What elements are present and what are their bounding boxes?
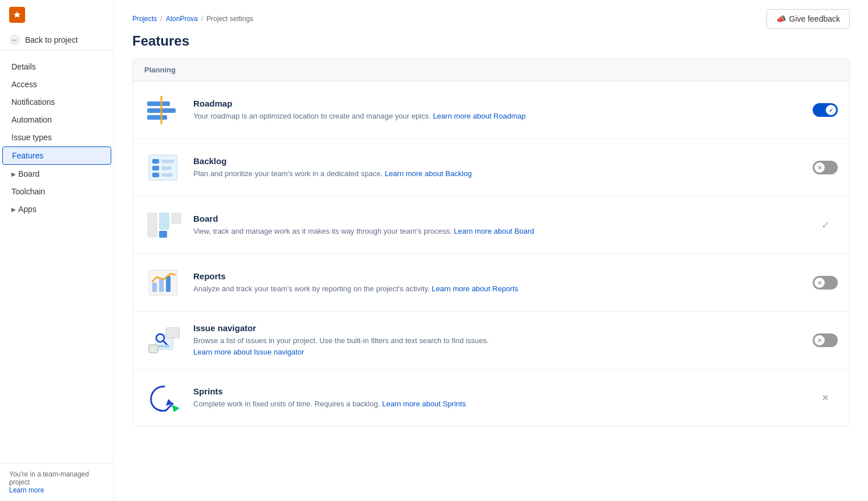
reports-toggle-switch[interactable]: ✕ (813, 276, 838, 290)
breadcrumb-sep-1: / (160, 15, 162, 23)
roadmap-toggle[interactable]: ✓ (813, 103, 838, 117)
breadcrumb-projects[interactable]: Projects (132, 15, 157, 23)
svg-rect-2 (147, 115, 167, 120)
chevron-right-icon: ▶ (11, 171, 16, 177)
megaphone-icon: 📣 (776, 14, 786, 23)
svg-rect-18 (166, 276, 171, 292)
backlog-desc: Plan and prioritize your team's work in … (193, 168, 804, 180)
svg-rect-8 (161, 160, 174, 163)
svg-rect-5 (152, 159, 159, 164)
sprints-name: Sprints (193, 386, 804, 396)
board-name: Board (193, 214, 804, 223)
reports-desc: Analyze and track your team's work by re… (193, 283, 804, 295)
feature-item-board: Board View, track and manage work as it … (133, 197, 849, 254)
give-feedback-label: Give feedback (789, 14, 841, 23)
sidebar-item-details-label: Details (11, 62, 36, 71)
svg-rect-13 (171, 213, 181, 224)
svg-rect-12 (159, 213, 169, 230)
roadmap-info: Roadmap Your roadmap is an optimized loc… (193, 99, 804, 122)
chevron-right-icon-apps: ▶ (11, 206, 16, 213)
sidebar-nav: Details Access Notifications Automation … (0, 55, 113, 463)
svg-rect-7 (152, 173, 159, 177)
sidebar-item-features-label: Features (12, 151, 43, 160)
issue-navigator-toggle[interactable]: ✕ (813, 333, 838, 347)
sidebar-item-details[interactable]: Details (2, 58, 111, 75)
feature-item-roadmap: Roadmap Your roadmap is an optimized loc… (133, 82, 849, 139)
sidebar-item-notifications[interactable]: Notifications (2, 93, 111, 111)
top-header: Projects / AtonProva / Project settings … (114, 0, 868, 28)
backlog-name: Backlog (193, 156, 804, 166)
issue-navigator-desc: Browse a list of issues in your project.… (193, 335, 804, 357)
sidebar: ← Back to project Details Access Notific… (0, 0, 114, 501)
sprints-icon (144, 381, 184, 415)
reports-name: Reports (193, 271, 804, 281)
sidebar-footer: You're in a team-managed project Learn m… (0, 463, 113, 501)
planning-section: Planning Roadmap Your roadmap is an opti… (132, 58, 850, 427)
page-title: Features (114, 28, 868, 58)
sidebar-item-board-label: Board (18, 169, 39, 178)
feature-item-backlog: Backlog Plan and prioritize your team's … (133, 139, 849, 197)
feature-item-reports: Reports Analyze and track your team's wo… (133, 254, 849, 312)
give-feedback-button[interactable]: 📣 Give feedback (766, 9, 850, 28)
board-learn-more-link[interactable]: Learn more about Board (454, 227, 534, 235)
footer-text: You're in a team-managed project (9, 470, 104, 486)
sidebar-item-board[interactable]: ▶ Board (2, 165, 111, 182)
main-content: Projects / AtonProva / Project settings … (114, 0, 868, 501)
footer-learn-more-link[interactable]: Learn more (9, 486, 44, 494)
backlog-icon (144, 150, 184, 185)
svg-rect-23 (149, 345, 158, 353)
sidebar-item-issue-types[interactable]: Issue types (2, 129, 111, 146)
roadmap-learn-more-link[interactable]: Learn more about Roadmap (433, 112, 526, 120)
checkmark-icon: ✓ (821, 219, 830, 231)
backlog-toggle-switch[interactable]: ✕ (813, 161, 838, 174)
svg-rect-9 (161, 166, 172, 170)
sidebar-item-toolchain[interactable]: Toolchain (2, 183, 111, 200)
svg-rect-0 (147, 101, 170, 106)
backlog-info: Backlog Plan and prioritize your team's … (193, 156, 804, 180)
svg-rect-24 (166, 328, 180, 338)
section-header-planning: Planning (133, 59, 849, 82)
issue-navigator-name: Issue navigator (193, 323, 804, 333)
sidebar-item-apps-label: Apps (18, 205, 36, 214)
sidebar-item-automation-label: Automation (11, 115, 52, 124)
board-info: Board View, track and manage work as it … (193, 214, 804, 237)
svg-rect-14 (159, 231, 167, 238)
svg-rect-22 (159, 345, 170, 348)
reports-learn-more-link[interactable]: Learn more about Reports (432, 284, 518, 293)
breadcrumb-project-settings: Project settings (206, 15, 253, 23)
feature-item-sprints: Sprints Complete work in fixed units of … (133, 369, 849, 426)
sidebar-item-apps[interactable]: ▶ Apps (2, 201, 111, 218)
back-to-project-button[interactable]: ← Back to project (0, 30, 113, 51)
roadmap-toggle-switch[interactable]: ✓ (813, 103, 838, 117)
sprints-learn-more-link[interactable]: Learn more about Sprints (382, 400, 466, 408)
breadcrumb-sep-2: / (201, 15, 203, 23)
svg-rect-11 (147, 213, 157, 238)
svg-rect-10 (161, 173, 173, 177)
sidebar-item-features[interactable]: Features (2, 146, 111, 165)
roadmap-icon (144, 93, 184, 127)
sidebar-item-issue-types-label: Issue types (11, 133, 52, 142)
svg-rect-16 (152, 283, 157, 292)
roadmap-desc: Your roadmap is an optimized location to… (193, 111, 804, 122)
breadcrumb-atonprova[interactable]: AtonProva (166, 15, 198, 23)
x-icon: ✕ (822, 393, 829, 402)
logo-icon (9, 7, 25, 23)
reports-info: Reports Analyze and track your team's wo… (193, 271, 804, 295)
backlog-learn-more-link[interactable]: Learn more about Backlog (385, 169, 472, 178)
reports-toggle[interactable]: ✕ (813, 276, 838, 290)
features-container: Planning Roadmap Your roadmap is an opti… (114, 58, 868, 445)
svg-rect-6 (152, 166, 159, 170)
issue-navigator-toggle-switch[interactable]: ✕ (813, 333, 838, 347)
issue-navigator-learn-more-link[interactable]: Learn more about Issue navigator (193, 348, 304, 356)
board-desc: View, track and manage work as it makes … (193, 226, 804, 237)
issue-navigator-icon (144, 323, 184, 357)
sidebar-item-access-label: Access (11, 80, 37, 89)
sidebar-item-toolchain-label: Toolchain (11, 187, 45, 196)
sidebar-item-automation[interactable]: Automation (2, 111, 111, 128)
sidebar-item-access[interactable]: Access (2, 76, 111, 93)
svg-rect-17 (159, 278, 164, 292)
backlog-toggle[interactable]: ✕ (813, 161, 838, 174)
sprints-info: Sprints Complete work in fixed units of … (193, 386, 804, 410)
roadmap-name: Roadmap (193, 99, 804, 108)
board-icon (144, 208, 184, 242)
